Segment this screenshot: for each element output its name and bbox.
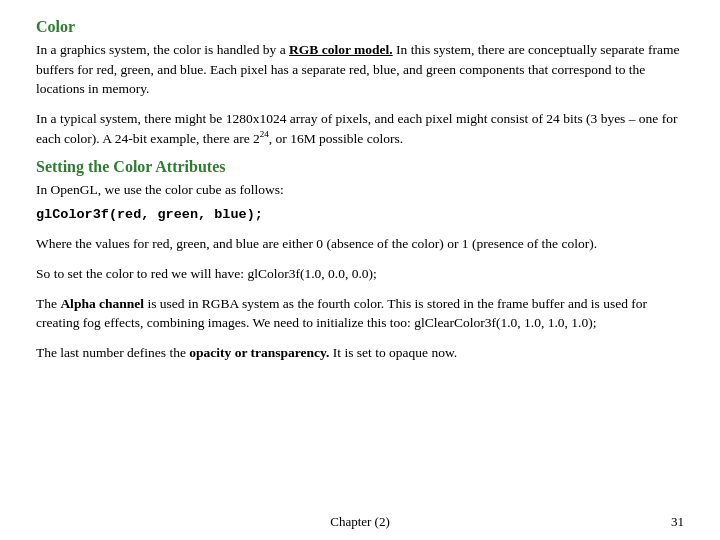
title-color: Color <box>36 18 684 36</box>
para3-text: In OpenGL, we use the color cube as foll… <box>36 182 284 197</box>
para7-rest: It is set to opaque now. <box>329 345 457 360</box>
paragraph-2: In a typical system, there might be 1280… <box>36 109 684 149</box>
page: Color In a graphics system, the color is… <box>0 0 720 540</box>
para2-sup: 24 <box>260 129 269 139</box>
paragraph-3-code: glColor3f(red, green, blue); <box>36 204 684 225</box>
para4-text: Where the values for red, green, and blu… <box>36 236 597 251</box>
footer-chapter: Chapter (2) <box>330 514 390 529</box>
footer-page: 31 <box>671 514 684 530</box>
para1-bold: RGB color model. <box>289 42 393 57</box>
para2-rest: , or 16M possible colors. <box>269 131 403 146</box>
paragraph-5: So to set the color to red we will have:… <box>36 264 684 284</box>
para1-text1: In a graphics system, the color is handl… <box>36 42 289 57</box>
paragraph-4: Where the values for red, green, and blu… <box>36 234 684 254</box>
footer: Chapter (2) 31 <box>0 514 720 530</box>
subtitle-color-attributes: Setting the Color Attributes <box>36 158 684 176</box>
paragraph-3: In OpenGL, we use the color cube as foll… <box>36 180 684 200</box>
para7-start: The last number defines the <box>36 345 189 360</box>
paragraph-1: In a graphics system, the color is handl… <box>36 40 684 99</box>
paragraph-6: The Alpha channel is used in RGBA system… <box>36 294 684 333</box>
para7-bold: opacity or transparency. <box>189 345 329 360</box>
paragraph-7: The last number defines the opacity or t… <box>36 343 684 363</box>
para6-start: The <box>36 296 60 311</box>
para5-text: So to set the color to red we will have:… <box>36 266 377 281</box>
para3-code: glColor3f(red, green, blue); <box>36 207 263 222</box>
para6-bold: Alpha channel <box>60 296 144 311</box>
